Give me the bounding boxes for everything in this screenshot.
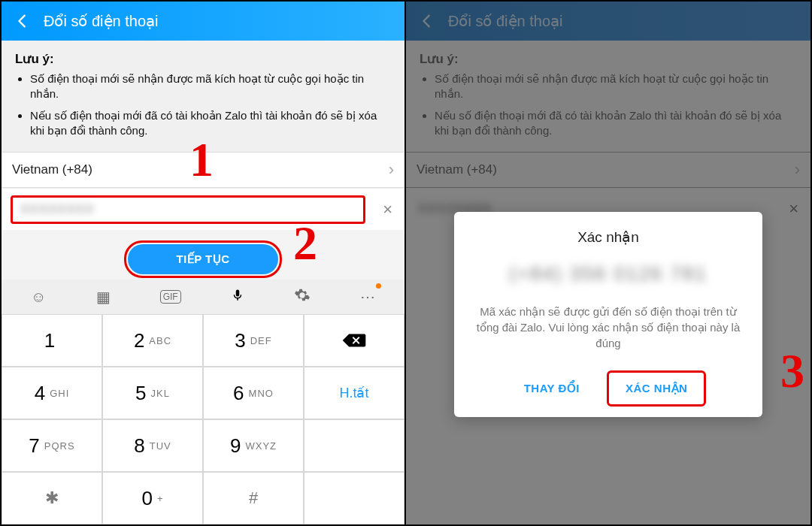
back-icon[interactable] bbox=[12, 11, 33, 32]
notes-title: Lưu ý: bbox=[15, 51, 391, 67]
key-star[interactable]: ✱ bbox=[2, 472, 102, 524]
step-3-annotation: 3 bbox=[780, 347, 804, 395]
keyboard-toolbar: ☺ ▦ GIF ⋯ bbox=[2, 280, 404, 314]
confirm-annotation: XÁC NHẬN bbox=[607, 370, 706, 407]
confirm-button[interactable]: XÁC NHẬN bbox=[612, 374, 701, 403]
dialog-title: Xác nhận bbox=[469, 228, 747, 246]
done-key[interactable]: H.tất bbox=[304, 367, 404, 419]
change-button[interactable]: THAY ĐỔI bbox=[511, 374, 593, 403]
page-title: Đổi số điện thoại bbox=[44, 12, 159, 30]
confirm-dialog: Xác nhận (+84) 356 0126 781 Mã xác nhận … bbox=[454, 212, 762, 417]
key-0[interactable]: 0+ bbox=[102, 472, 203, 524]
backspace-key[interactable] bbox=[304, 314, 404, 367]
mic-icon[interactable] bbox=[231, 286, 244, 308]
clear-icon[interactable]: × bbox=[383, 200, 392, 219]
continue-annotation: TIẾP TỤC bbox=[124, 240, 282, 278]
key-empty bbox=[304, 419, 404, 472]
key-5[interactable]: 5JKL bbox=[102, 367, 203, 419]
country-label: Vietnam (+84) bbox=[12, 162, 92, 177]
dialog-message: Mã xác nhận sẽ được gửi đến số điện thoạ… bbox=[469, 304, 747, 351]
key-9[interactable]: 9WXYZ bbox=[203, 419, 304, 472]
key-4[interactable]: 4GHI bbox=[2, 367, 102, 419]
key-7[interactable]: 7PQRS bbox=[2, 419, 102, 472]
keyboard: ☺ ▦ GIF ⋯ 1 2ABC 3DEF 4GHI 5JKL bbox=[2, 280, 404, 524]
key-2[interactable]: 2ABC bbox=[102, 314, 203, 367]
key-3[interactable]: 3DEF bbox=[203, 314, 304, 367]
sticker-icon[interactable]: ▦ bbox=[96, 288, 111, 306]
chevron-right-icon: › bbox=[389, 160, 394, 180]
phone-row: XXXXXXXX × bbox=[2, 188, 404, 230]
gif-icon[interactable]: GIF bbox=[160, 290, 181, 304]
key-empty bbox=[304, 472, 404, 524]
settings-icon[interactable] bbox=[294, 287, 311, 307]
key-1[interactable]: 1 bbox=[2, 314, 102, 367]
key-hash[interactable]: # bbox=[203, 472, 304, 524]
note-item: Số điện thoại mới sẽ nhận được mã kích h… bbox=[30, 71, 391, 102]
emoji-icon[interactable]: ☺ bbox=[31, 289, 46, 306]
key-6[interactable]: 6MNO bbox=[203, 367, 304, 419]
key-8[interactable]: 8TUV bbox=[102, 419, 203, 472]
step-1-annotation: 1 bbox=[189, 136, 214, 184]
header: Đổi số điện thoại bbox=[2, 2, 404, 41]
step-2-annotation: 2 bbox=[293, 219, 317, 268]
more-icon[interactable]: ⋯ bbox=[360, 288, 375, 306]
continue-button[interactable]: TIẾP TỤC bbox=[128, 244, 278, 274]
dialog-phone-masked: (+84) 356 0126 781 bbox=[469, 262, 747, 286]
